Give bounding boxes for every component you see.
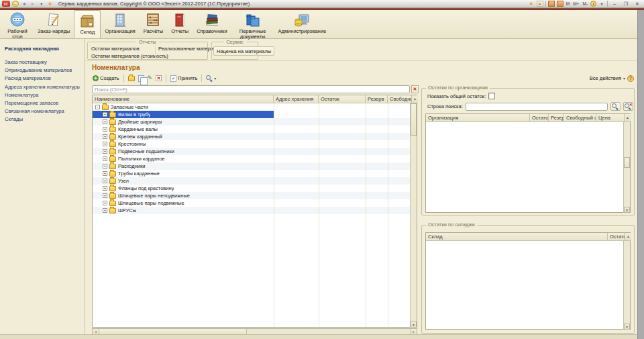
- search-menu-button[interactable]: ▾: [205, 75, 217, 82]
- expand-icon[interactable]: +: [103, 149, 107, 154]
- tab-desktop[interactable]: Рабочий стол: [1, 10, 34, 38]
- nomenclature-row[interactable]: + Шлицевые пары подвижные: [93, 199, 417, 207]
- nomenclature-row[interactable]: + Крестовины: [93, 140, 417, 148]
- org-column-rezerv[interactable]: Резерв: [549, 114, 564, 122]
- nomenclature-row[interactable]: + Трубы карданные: [93, 170, 417, 177]
- all-actions-button[interactable]: Все действия: [590, 75, 621, 81]
- info-caret-icon[interactable]: ▾: [598, 1, 605, 7]
- edit-button[interactable]: ✎: [147, 75, 154, 81]
- nomenclature-row[interactable]: + Фланцы под крестовину: [93, 185, 417, 192]
- help-icon[interactable]: ?: [627, 75, 634, 82]
- nomenclature-row[interactable]: + Пыльники карданов: [93, 155, 417, 162]
- tab-administration[interactable]: Администрирование: [274, 10, 331, 38]
- tab-handbooks[interactable]: Справочники: [193, 10, 231, 38]
- expand-icon[interactable]: +: [103, 119, 107, 124]
- sidebar-item-oprihodyvanie[interactable]: Оприходывание материалов: [5, 67, 80, 73]
- nomenclature-row[interactable]: + ШРУСы: [93, 207, 417, 214]
- nomenclature-row[interactable]: + Вилки в трубу: [93, 111, 417, 118]
- wh-column-ostatok[interactable]: Остаток: [608, 233, 625, 240]
- scroll-up-icon[interactable]: ▲: [624, 114, 631, 122]
- vertical-scrollbar[interactable]: ▼: [410, 103, 417, 328]
- hscrollbar-thumb[interactable]: [99, 329, 247, 334]
- sidebar-item-zakaz-postavschiku[interactable]: Заказ поставщику: [5, 59, 80, 65]
- org-column-svobodny[interactable]: Свободный оста...: [564, 114, 596, 122]
- nomenclature-row[interactable]: − Запасные части: [93, 103, 417, 111]
- menu-item-ostatki-materialov[interactable]: Остатки материалов: [91, 46, 140, 52]
- tab-organization[interactable]: Организация: [101, 10, 139, 38]
- org-search-reset-button[interactable]: ✕: [623, 102, 633, 111]
- menu-item-ostatki-stoimost[interactable]: Остатки материалов (стоимость): [91, 53, 168, 59]
- org-search-input[interactable]: [466, 103, 608, 111]
- org-column-cena[interactable]: Цена: [596, 114, 624, 122]
- wh-column-sklad[interactable]: Склад: [426, 233, 608, 240]
- scroll-up-icon[interactable]: ▲: [411, 95, 418, 103]
- forward-icon[interactable]: ▸: [30, 1, 36, 7]
- main-menu-button[interactable]: –: [12, 1, 19, 7]
- tab-reports[interactable]: Отчеты: [167, 10, 193, 38]
- delete-button[interactable]: ✕: [155, 75, 162, 81]
- scroll-left-icon[interactable]: ◂: [93, 329, 99, 334]
- expand-icon[interactable]: +: [103, 164, 107, 168]
- org-column-org[interactable]: Организация: [426, 114, 530, 122]
- info-icon[interactable]: i: [590, 1, 596, 7]
- restore-button[interactable]: ❐: [621, 1, 631, 7]
- expand-icon[interactable]: +: [103, 171, 107, 176]
- scroll-down-icon[interactable]: ▼: [624, 207, 630, 213]
- org-vertical-scrollbar[interactable]: ▼: [623, 122, 630, 213]
- expand-icon[interactable]: +: [103, 201, 107, 205]
- copy-button[interactable]: [138, 75, 145, 82]
- sidebar-item-peremeschenie[interactable]: Перемещение запасов: [5, 100, 80, 106]
- expand-icon[interactable]: +: [103, 179, 107, 183]
- sidebar-item-svyazannaya[interactable]: Связанная номенклатура: [5, 108, 80, 114]
- scroll-down-icon[interactable]: ▼: [624, 324, 630, 330]
- expand-icon[interactable]: +: [103, 208, 107, 213]
- tab-warehouse[interactable]: Склад: [74, 10, 101, 38]
- column-header-name[interactable]: Наименование: [93, 95, 274, 103]
- search-input[interactable]: [92, 85, 410, 93]
- scroll-up-icon[interactable]: ▲: [625, 233, 631, 240]
- expand-icon[interactable]: +: [103, 127, 107, 132]
- back-icon[interactable]: ◂: [21, 1, 28, 7]
- column-header-ostatok[interactable]: Остаток: [319, 95, 366, 103]
- expand-icon[interactable]: +: [103, 142, 107, 146]
- r-tool-icon[interactable]: R: [537, 1, 543, 7]
- nomenclature-row[interactable]: + Карданные валы: [93, 126, 417, 133]
- nomenclature-row[interactable]: + Шлицевые пары неподвижные: [93, 192, 417, 199]
- org-search-button[interactable]: [610, 102, 621, 111]
- scroll-down-icon[interactable]: ▼: [411, 322, 417, 328]
- nomenclature-row[interactable]: + Расходники: [93, 162, 417, 170]
- nomenclature-row[interactable]: + Узел: [93, 177, 417, 185]
- nomenclature-row[interactable]: + Крепеж карданный: [93, 133, 417, 140]
- expand-icon[interactable]: +: [103, 156, 107, 161]
- accept-button[interactable]: ✔ Принять: [170, 75, 198, 82]
- expand-icon[interactable]: +: [103, 193, 107, 198]
- expand-icon[interactable]: −: [95, 105, 100, 109]
- menu-item-nacenka[interactable]: Наценка на материалы: [213, 46, 274, 56]
- favorites-icon[interactable]: ★: [47, 1, 54, 7]
- column-header-address[interactable]: Адрес хранения: [274, 95, 319, 103]
- org-column-ostatok[interactable]: Остаток: [530, 114, 549, 122]
- column-header-svobodny[interactable]: Свободный ос...: [388, 95, 411, 103]
- nomenclature-row[interactable]: + Двойные шарниры: [93, 118, 417, 126]
- calendar-icon[interactable]: [548, 1, 555, 7]
- create-group-button[interactable]: [127, 76, 136, 81]
- scrollbar-thumb[interactable]: [624, 157, 630, 168]
- sidebar-header-rashodnaya[interactable]: Расходная накладная: [5, 46, 80, 52]
- sidebar-item-sklady[interactable]: Склады: [5, 116, 80, 122]
- expand-icon[interactable]: +: [103, 186, 107, 191]
- close-button[interactable]: ✕: [633, 1, 642, 7]
- sidebar-item-nomenklatura[interactable]: Номенклатура: [5, 92, 80, 98]
- show-total-checkbox[interactable]: [488, 93, 495, 99]
- wh-vertical-scrollbar[interactable]: ▼: [623, 241, 630, 330]
- column-header-rezerv[interactable]: Резерв: [366, 95, 388, 103]
- add-favorite-icon[interactable]: ★: [528, 1, 535, 7]
- nomenclature-row[interactable]: + Подвесные подшипники: [93, 148, 417, 155]
- expand-icon[interactable]: +: [103, 134, 107, 139]
- tab-primary-documents[interactable]: Первичные документы: [231, 10, 274, 38]
- sidebar-item-rashod-materialov[interactable]: Расход материалов: [5, 75, 80, 81]
- expand-icon[interactable]: +: [103, 112, 107, 117]
- history-caret-icon[interactable]: ▾: [38, 1, 45, 7]
- memory-m-button[interactable]: М: [566, 1, 570, 6]
- scroll-right-icon[interactable]: ▸: [410, 329, 417, 334]
- scrollbar-thumb[interactable]: [411, 103, 417, 136]
